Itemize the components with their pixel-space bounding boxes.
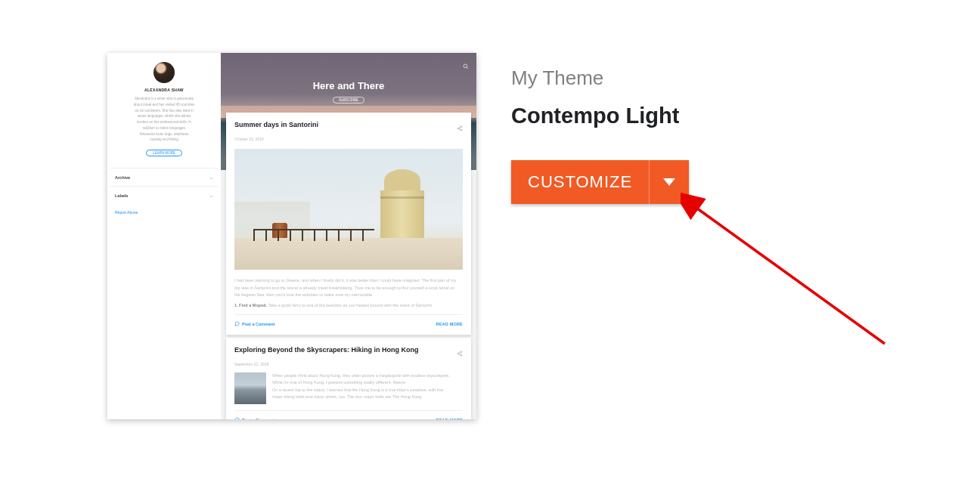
svg-point-0 — [464, 64, 467, 68]
read-more-link: READ MORE — [436, 322, 463, 326]
blog-title: Here and There — [221, 80, 476, 91]
svg-line-1 — [467, 67, 468, 69]
chevron-down-icon: ⌄ — [209, 193, 213, 198]
avatar — [154, 62, 175, 83]
svg-line-5 — [459, 127, 461, 128]
comment-link: Post a Comment — [234, 417, 274, 419]
svg-line-6 — [459, 128, 461, 130]
caret-down-icon — [663, 178, 675, 186]
post-date: October 15, 2019 — [234, 137, 463, 141]
subscribe-pill: SUBSCRIBE — [333, 97, 364, 104]
theme-preview: Here and There SUBSCRIBE ALEXANDRA SHAW … — [107, 53, 476, 419]
author-bio: Alexandra is a writer who is passionate … — [115, 97, 213, 143]
svg-line-11 — [459, 354, 461, 355]
post-image — [234, 149, 463, 270]
report-abuse-link: Report Abuse — [115, 204, 213, 215]
share-icon — [457, 346, 463, 360]
post-excerpt: I had been wanting to go to Greece, and … — [234, 277, 463, 308]
theme-info-panel: My Theme Contempo Light CUSTOMIZE — [476, 53, 689, 419]
comment-link: Post a Comment — [234, 321, 274, 326]
customize-dropdown-button[interactable] — [649, 160, 689, 204]
post-excerpt: When people think about Hong Kong, they … — [272, 372, 463, 404]
learn-more-button: LEARN MORE — [146, 150, 182, 156]
customize-button[interactable]: CUSTOMIZE — [511, 160, 649, 204]
customize-button-group: CUSTOMIZE — [511, 160, 689, 204]
post-title: Exploring Beyond the Skyscrapers: Hiking… — [234, 346, 419, 354]
post-card: Summer days in Santorini October 15, 201… — [226, 113, 471, 335]
svg-line-10 — [459, 352, 461, 354]
post-card: Exploring Beyond the Skyscrapers: Hiking… — [226, 338, 471, 419]
theme-name: Contempo Light — [511, 104, 689, 128]
share-icon — [457, 121, 463, 134]
sidebar-archive: Archive ⌄ — [110, 168, 218, 186]
search-icon — [463, 59, 469, 73]
post-date: September 22, 2019 — [234, 362, 463, 366]
author-name: ALEXANDRA SHAW — [115, 88, 213, 92]
my-theme-label: My Theme — [511, 66, 689, 90]
post-thumbnail — [234, 372, 266, 404]
preview-sidebar: ALEXANDRA SHAW Alexandra is a writer who… — [107, 53, 221, 419]
post-title: Summer days in Santorini — [234, 121, 318, 128]
sidebar-labels: Labels ⌄ — [110, 186, 218, 204]
read-more-link: READ MORE — [436, 418, 463, 420]
chevron-down-icon: ⌄ — [209, 175, 213, 180]
